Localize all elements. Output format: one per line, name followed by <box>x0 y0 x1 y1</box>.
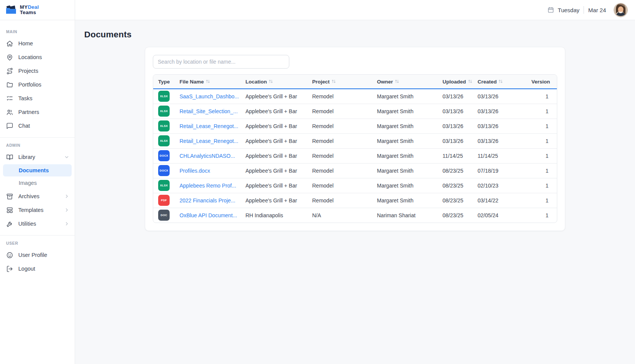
sidebar-item-utilities[interactable]: Utilities <box>0 217 75 231</box>
version-cell: 1 <box>508 119 557 133</box>
created-cell: 11/14/25 <box>473 148 508 163</box>
sidebar-subitem-documents[interactable]: Documents <box>3 164 72 176</box>
table-row[interactable]: XLSX Retail_Lease_Renegot... Applebee's … <box>153 133 557 148</box>
location-cell: Applebee's Grill + Bar <box>241 193 307 208</box>
uploaded-cell: 03/13/26 <box>438 133 473 148</box>
sidebar-item-label: Templates <box>18 207 43 213</box>
column-header-type: Type <box>153 75 175 89</box>
sidebar-divider <box>0 235 75 236</box>
sidebar-item-projects[interactable]: Projects <box>0 64 75 78</box>
sidebar-item-locations[interactable]: Locations <box>0 50 75 64</box>
file-type-badge: XLSX <box>158 135 170 146</box>
project-cell: Remodel <box>307 104 372 119</box>
owner-cell: Margaret Smith <box>372 104 438 119</box>
project-cell: Remodel <box>307 163 372 178</box>
type-cell: XLSX <box>153 89 175 104</box>
type-cell: DOCX <box>153 163 175 178</box>
file-name-link[interactable]: OxBlue API Document... <box>180 212 237 218</box>
user-avatar[interactable] <box>614 3 628 17</box>
calendar-icon <box>547 6 554 13</box>
sidebar-item-portfolios[interactable]: Portfolios <box>0 78 75 91</box>
file-name-link[interactable]: Profiles.docx <box>180 168 210 174</box>
sidebar-item-home[interactable]: Home <box>0 37 75 50</box>
sidebar-item-library[interactable]: Library <box>0 150 75 164</box>
version-cell: 1 <box>508 163 557 178</box>
sort-icon <box>498 79 503 84</box>
owner-cell: Margaret Smith <box>372 119 438 133</box>
sidebar-divider <box>0 137 75 138</box>
uploaded-cell: 08/23/25 <box>438 178 473 193</box>
column-header-created[interactable]: Created <box>473 75 508 89</box>
sidebar-item-user-profile[interactable]: User Profile <box>0 248 75 262</box>
table-row[interactable]: DOC OxBlue API Document... RH Indianapol… <box>153 208 557 223</box>
file-name-link[interactable]: 2022 Financials Proje... <box>180 197 235 204</box>
sidebar-item-tasks[interactable]: Tasks <box>0 91 75 105</box>
section-label-admin: ADMIN <box>6 143 75 148</box>
version-cell: 1 <box>508 89 557 104</box>
location-cell: Applebee's Grill + Bar <box>241 89 307 104</box>
sidebar-item-partners[interactable]: Partners <box>0 105 75 119</box>
file-name-link[interactable]: CHLAnalyticsNDASO... <box>180 153 235 159</box>
file-name-link[interactable]: Applebees Remo Prof... <box>180 183 236 189</box>
file-name-cell: SaaS_Launch_Dashbo... <box>175 89 241 104</box>
sidebar-item-label: Documents <box>19 167 49 173</box>
column-header-location[interactable]: Location <box>241 75 307 89</box>
location-cell: Applebee's Grill + Bar <box>241 104 307 119</box>
sidebar-item-label: Library <box>18 154 35 160</box>
sidebar-item-label: Chat <box>18 123 30 129</box>
type-cell: DOCX <box>153 148 175 163</box>
home-icon <box>6 40 13 47</box>
project-cell: Remodel <box>307 193 372 208</box>
table-row[interactable]: XLSX Applebees Remo Prof... Applebee's G… <box>153 178 557 193</box>
sidebar-item-chat[interactable]: Chat <box>0 119 75 133</box>
column-header-project[interactable]: Project <box>307 75 372 89</box>
file-name-link[interactable]: Retail_Lease_Renegot... <box>180 123 238 129</box>
created-cell: 03/13/26 <box>473 89 508 104</box>
file-name-link[interactable]: SaaS_Launch_Dashbo... <box>180 93 239 99</box>
table-row[interactable]: XLSX Retail_Lease_Renegot... Applebee's … <box>153 119 557 133</box>
brand-logo[interactable]: MYDeal Teams <box>0 0 75 20</box>
sidebar-item-label: Utilities <box>18 221 36 227</box>
file-type-badge: PDF <box>158 195 170 206</box>
file-name-link[interactable]: Retail_Site_Selection_... <box>180 108 238 114</box>
sidebar-nav: MAIN Home Locations Projects Portfolios … <box>0 20 75 276</box>
users-icon <box>6 109 13 116</box>
column-header-owner[interactable]: Owner <box>372 75 438 89</box>
sidebar-item-label: Tasks <box>18 95 32 101</box>
location-cell: RH Indianapolis <box>241 208 307 223</box>
file-name-cell: CHLAnalyticsNDASO... <box>175 148 241 163</box>
chat-bubble-icon <box>6 122 13 130</box>
sidebar-item-templates[interactable]: Templates <box>0 203 75 217</box>
file-type-badge: XLSX <box>158 106 170 117</box>
type-cell: XLSX <box>153 178 175 193</box>
owner-cell: Margaret Smith <box>372 133 438 148</box>
table-row[interactable]: PDF 2022 Financials Proje... Applebee's … <box>153 193 557 208</box>
version-cell: 1 <box>508 133 557 148</box>
owner-cell: Margaret Smith <box>372 163 438 178</box>
chevron-down-icon <box>64 154 69 160</box>
sidebar-item-archives[interactable]: Archives <box>0 189 75 203</box>
checklist-icon <box>6 95 13 102</box>
sidebar-item-label: Logout <box>18 266 35 272</box>
sidebar-subitem-images[interactable]: Images <box>3 177 72 189</box>
topbar: Tuesday Mar 24 <box>75 0 635 20</box>
uploaded-cell: 03/13/26 <box>438 104 473 119</box>
uploaded-cell: 03/13/26 <box>438 119 473 133</box>
location-cell: Applebee's Grill + Bar <box>241 163 307 178</box>
column-header-uploaded[interactable]: Uploaded <box>438 75 473 89</box>
column-header-file-name[interactable]: File Name <box>175 75 241 89</box>
table-row[interactable]: DOCX Profiles.docx Applebee's Grill + Ba… <box>153 163 557 178</box>
weekday-label: Tuesday <box>558 7 579 13</box>
table-row[interactable]: XLSX Retail_Site_Selection_... Applebee'… <box>153 104 557 119</box>
chevron-right-icon <box>64 194 69 199</box>
route-icon <box>6 67 13 75</box>
file-name-cell: 2022 Financials Proje... <box>175 193 241 208</box>
sidebar-item-logout[interactable]: Logout <box>0 262 75 276</box>
table-row[interactable]: XLSX SaaS_Launch_Dashbo... Applebee's Gr… <box>153 89 557 104</box>
table-row[interactable]: DOCX CHLAnalyticsNDASO... Applebee's Gri… <box>153 148 557 163</box>
project-cell: Remodel <box>307 133 372 148</box>
page-title: Documents <box>84 30 635 40</box>
search-input[interactable] <box>153 55 289 69</box>
file-name-link[interactable]: Retail_Lease_Renegot... <box>180 138 238 144</box>
project-cell: N/A <box>307 208 372 223</box>
